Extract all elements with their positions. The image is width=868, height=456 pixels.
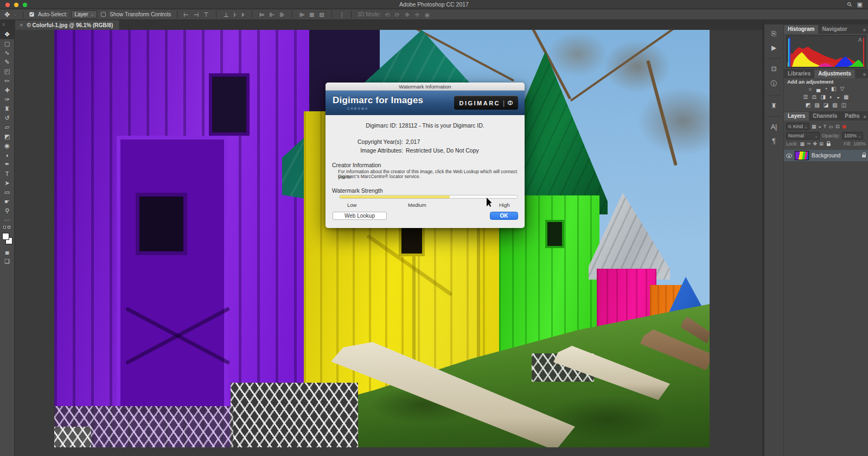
tab-libraries[interactable]: Libraries — [784, 69, 814, 78]
hue-saturation-icon[interactable]: ☰ — [803, 94, 808, 100]
tool-crop[interactable]: ◰ — [0, 67, 15, 76]
tool-zoom[interactable]: ⚲ — [0, 206, 15, 216]
auto-select-dropdown[interactable]: Layer ⌄ — [71, 10, 97, 18]
filter-type-layers-icon[interactable]: T — [824, 124, 827, 129]
distribute-spacing-icon[interactable]: ⋮ — [339, 10, 345, 19]
tool-hand[interactable]: ☛ — [0, 197, 15, 206]
distribute-center-icon[interactable]: ⊞ — [309, 10, 314, 19]
brightness-contrast-icon[interactable]: ☼ — [808, 86, 813, 92]
align-bottom-icon[interactable]: ⊧ — [241, 10, 245, 19]
tool-quick-selection[interactable]: ✎ — [0, 58, 15, 67]
tool-blur[interactable]: ◉ — [0, 141, 15, 150]
lock-all-icon[interactable] — [827, 143, 831, 146]
panel-menu-icon[interactable]: ≡ — [864, 114, 866, 121]
swap-colors-icon[interactable] — [0, 225, 15, 230]
tool-brush[interactable]: ✑ — [0, 95, 15, 104]
filter-smart-objects-icon[interactable]: ⊡ — [835, 124, 840, 129]
3d-rotate-icon[interactable]: ⟲ — [385, 10, 390, 19]
tool-gradient[interactable]: ◩ — [0, 132, 15, 141]
web-lookup-button[interactable]: Web Lookup — [333, 212, 387, 220]
layer-filter-dropdown[interactable]: ⚲ Kind ⌄ — [786, 123, 809, 130]
quick-mask-icon[interactable]: ◙ — [0, 248, 15, 257]
exposure-icon[interactable]: ◧ — [831, 86, 836, 92]
tool-preset-caret-icon[interactable]: ⌄ — [14, 12, 17, 17]
tool-healing-brush[interactable]: ✚ — [0, 86, 15, 95]
layer-thumbnail[interactable] — [795, 151, 809, 160]
blend-mode-dropdown[interactable]: Normal ⌄ — [786, 132, 820, 140]
tool-marquee[interactable]: ▢ — [0, 39, 15, 48]
threshold-icon[interactable]: ◪ — [824, 102, 828, 108]
3d-scale-icon[interactable]: ◉ — [425, 10, 430, 19]
black-white-icon[interactable]: ◨ — [820, 94, 825, 100]
3d-slide-icon[interactable]: ✛ — [414, 10, 419, 19]
align-top-icon[interactable]: ⊥ — [224, 10, 229, 19]
layer-row-background[interactable]: Background — [784, 150, 868, 161]
auto-select-checkbox[interactable] — [29, 12, 34, 17]
align-left-icon[interactable]: ⊢ — [183, 10, 189, 19]
tab-layers[interactable]: Layers — [784, 112, 809, 121]
lock-position-icon[interactable]: ✥ — [813, 141, 818, 147]
distribute-right-icon[interactable]: ⊟ — [320, 10, 324, 19]
distribute-left-icon[interactable]: ⊫ — [299, 10, 305, 19]
filter-adjustment-layers-icon[interactable]: ◒ — [818, 124, 821, 129]
distribute-bottom-icon[interactable]: ⊪ — [279, 10, 285, 19]
tool-pen[interactable]: ✒ — [0, 160, 15, 169]
layer-visibility-icon[interactable] — [786, 154, 792, 158]
screen-mode-icon[interactable]: ❏ — [0, 257, 15, 266]
posterize-icon[interactable]: ▨ — [814, 102, 819, 108]
paragraph-panel-icon[interactable]: ¶ — [772, 137, 775, 145]
opacity-dropdown[interactable]: 100% ⌄ — [842, 132, 863, 140]
distribute-top-icon[interactable]: ⊨ — [259, 10, 265, 19]
filter-shape-layers-icon[interactable]: ▭ — [828, 124, 833, 129]
3d-roll-icon[interactable]: ⟳ — [394, 10, 399, 19]
color-swatches[interactable] — [0, 231, 15, 248]
tab-adjustments[interactable]: Adjustments — [814, 69, 855, 78]
edit-toolbar-icon[interactable]: ⋯ — [0, 216, 15, 225]
info-icon[interactable]: ⓘ — [771, 79, 777, 88]
invert-icon[interactable]: ◩ — [806, 102, 810, 108]
document-tab[interactable]: × © Colorful-1.jpg @ 96.1% (RGB/8) — [15, 20, 120, 30]
tool-move[interactable]: ✥ — [0, 30, 15, 39]
panel-menu-icon[interactable]: ≡ — [863, 27, 866, 34]
foreground-color-swatch[interactable] — [2, 233, 9, 240]
tab-navigator[interactable]: Navigator — [818, 25, 851, 34]
tool-type[interactable]: T — [0, 169, 15, 178]
tool-clone-stamp[interactable]: ♜ — [0, 104, 15, 113]
selective-color-icon[interactable]: ▧ — [832, 102, 837, 108]
align-right-icon[interactable]: ⊤ — [203, 10, 209, 19]
tool-history-brush[interactable]: ↺ — [0, 113, 15, 123]
curves-icon[interactable]: ◔ — [824, 86, 827, 92]
color-lookup-icon[interactable]: ▦ — [844, 94, 848, 100]
character-panel-icon[interactable]: A| — [771, 123, 777, 131]
tool-dodge[interactable]: ◖ — [0, 150, 15, 160]
close-tab-icon[interactable]: × — [20, 22, 23, 28]
ok-button[interactable]: OK — [490, 212, 518, 220]
tool-lasso[interactable]: ∿ — [0, 48, 15, 58]
3d-drag-icon[interactable]: ❖ — [405, 10, 410, 19]
tab-histogram[interactable]: Histogram — [784, 25, 818, 34]
lock-transparency-icon[interactable]: ▦ — [800, 141, 805, 147]
filter-toggle-icon[interactable] — [843, 125, 846, 129]
align-middle-icon[interactable]: ⊦ — [234, 10, 237, 19]
filter-pixel-layers-icon[interactable]: ▦ — [812, 124, 816, 129]
color-balance-icon[interactable]: ⚖ — [812, 94, 817, 100]
device-preview-icon[interactable]: ⊡ — [771, 65, 776, 73]
tool-path-selection[interactable]: ➤ — [0, 179, 15, 188]
distribute-middle-icon[interactable]: ⊩ — [270, 10, 275, 19]
lock-artboard-icon[interactable]: ⊞ — [819, 141, 824, 147]
tab-paths[interactable]: Paths — [841, 112, 863, 121]
panel-menu-icon[interactable]: ≡ — [863, 72, 866, 78]
watermark-strength-slider[interactable] — [339, 195, 518, 199]
actions-icon[interactable]: ▶ — [771, 44, 776, 52]
tool-rectangle[interactable]: ▭ — [0, 188, 15, 197]
workspace-switcher-icon[interactable]: ▣ — [857, 1, 863, 8]
clone-source-icon[interactable]: ⎘ — [771, 30, 777, 37]
tool-eyedropper[interactable]: ✏ — [0, 76, 15, 85]
align-center-h-icon[interactable]: ⊣ — [194, 10, 199, 19]
tool-presets-icon[interactable]: ♜ — [771, 102, 777, 110]
photo-filter-icon[interactable]: ◐ — [829, 94, 833, 100]
warning-icon[interactable]: ⚠ — [858, 37, 862, 42]
gradient-map-icon[interactable]: ◫ — [841, 102, 846, 108]
levels-icon[interactable]: ▄ — [816, 86, 820, 92]
vibrance-icon[interactable]: ▽ — [840, 86, 845, 92]
